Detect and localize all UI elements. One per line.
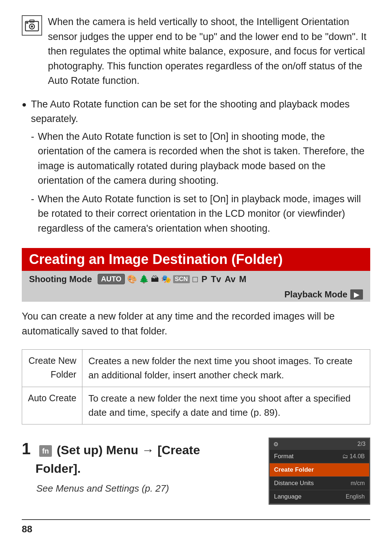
cam-distance-value: m/cm — [351, 480, 365, 487]
fn-icon: fn — [39, 445, 52, 457]
camera-screen: ⚙ 2/3 Format 🗂 14.0B Create Folder Dista… — [269, 438, 370, 505]
bullet-text: The Auto Rotate function can be set for … — [31, 99, 350, 125]
shooting-mode-p: P — [201, 274, 207, 284]
shooting-icon-4: 🏔 — [151, 275, 159, 284]
cam-row-create-folder[interactable]: Create Folder — [270, 463, 369, 477]
top-note: When the camera is held vertically to sh… — [22, 15, 370, 88]
bullet-content: The Auto Rotate function can be set for … — [31, 97, 370, 240]
cam-row-distance: Distance Units m/cm — [270, 477, 369, 490]
step-title-text: (Set up) Menu — [57, 443, 142, 457]
shooting-icon-5: 🎭 — [161, 275, 171, 284]
bullet-list: ● The Auto Rotate function can be set fo… — [22, 97, 370, 240]
sub-text: When the Auto Rotate function is set to … — [38, 129, 370, 188]
cam-screen-header: ⚙ 2/3 — [270, 439, 369, 450]
table-label-1: Create NewFolder — [22, 350, 82, 387]
sub-list: - When the Auto Rotate function is set t… — [31, 129, 370, 236]
sub-item: - When the Auto Rotate function is set t… — [31, 192, 370, 236]
playback-icon: ▶ — [350, 289, 363, 300]
table-label-2: Auto Create — [22, 387, 82, 424]
cam-language-value: English — [346, 493, 365, 500]
cam-row-format: Format 🗂 14.0B — [270, 450, 369, 463]
playback-mode-label: Playback Mode — [285, 289, 347, 300]
sub-item: - When the Auto Rotate function is set t… — [31, 129, 370, 188]
cam-format-value: 🗂 14.0B — [342, 453, 365, 460]
page-number: 88 — [22, 519, 370, 535]
table-row: Create NewFolder Creates a new folder th… — [22, 350, 370, 387]
playback-mode-banner: Playback Mode ▶ — [22, 287, 370, 302]
shooting-icon-2: 🎨 — [127, 275, 137, 284]
section-heading: Creating an Image Destination (Folder) — [22, 248, 370, 271]
step-arrow: → — [142, 443, 154, 457]
cam-header-icon: ⚙ — [273, 441, 278, 448]
cam-create-folder-label: Create Folder — [274, 466, 314, 473]
bullet-dot: ● — [22, 98, 26, 110]
bullet-item: ● The Auto Rotate function can be set fo… — [22, 97, 370, 240]
cam-row-language: Language English — [270, 490, 369, 504]
top-note-text: When the camera is held vertically to sh… — [48, 15, 370, 88]
cam-header-page: 2/3 — [358, 441, 366, 448]
scn-icon: SCN — [173, 275, 190, 283]
step-left: 1 fn (Set up) Menu → [Create Folder]. Se… — [22, 438, 254, 494]
table-row: Auto Create To create a new folder the n… — [22, 387, 370, 424]
shooting-mode-row: Shooting Mode AUTO 🎨 🌲 🏔 🎭 SCN □ P Tv Av… — [29, 274, 247, 284]
svg-rect-4 — [26, 22, 28, 24]
sub-dash: - — [31, 129, 34, 144]
shooting-mode-square: □ — [193, 274, 198, 284]
shooting-mode-av: Av — [225, 274, 236, 284]
table-desc-2: To create a new folder the next time you… — [82, 387, 370, 424]
shooting-mode-label: Shooting Mode — [29, 274, 92, 284]
shooting-mode-tv: Tv — [211, 274, 221, 284]
camera-orientation-icon — [22, 15, 42, 36]
cam-format-label: Format — [274, 453, 294, 460]
info-table: Create NewFolder Creates a new folder th… — [22, 349, 370, 424]
page-container: When the camera is held vertically to sh… — [22, 15, 370, 535]
step-1-section: 1 fn (Set up) Menu → [Create Folder]. Se… — [22, 438, 370, 505]
sub-dash: - — [31, 192, 34, 207]
auto-icon: AUTO — [98, 274, 124, 284]
cam-language-label: Language — [274, 493, 302, 500]
sub-text: When the Auto Rotate function is set to … — [38, 192, 370, 236]
shooting-mode-banner: Shooting Mode AUTO 🎨 🌲 🏔 🎭 SCN □ P Tv Av… — [22, 271, 370, 287]
svg-point-3 — [31, 25, 33, 28]
shooting-mode-m: M — [239, 274, 246, 284]
table-desc-1: Creates a new folder the next time you s… — [82, 350, 370, 387]
section-description: You can create a new folder at any time … — [22, 309, 370, 338]
cam-distance-label: Distance Units — [274, 480, 314, 487]
step-title: 1 fn (Set up) Menu → [Create Folder]. — [22, 438, 254, 477]
shooting-icon-3: 🌲 — [139, 275, 149, 284]
step-subtitle-italic: Menus and Settings — [56, 483, 139, 494]
step-number: 1 — [22, 440, 30, 458]
create-new-folder-label: Create NewFolder — [28, 355, 76, 379]
step-subtitle: See Menus and Settings (p. 27) — [36, 483, 254, 494]
